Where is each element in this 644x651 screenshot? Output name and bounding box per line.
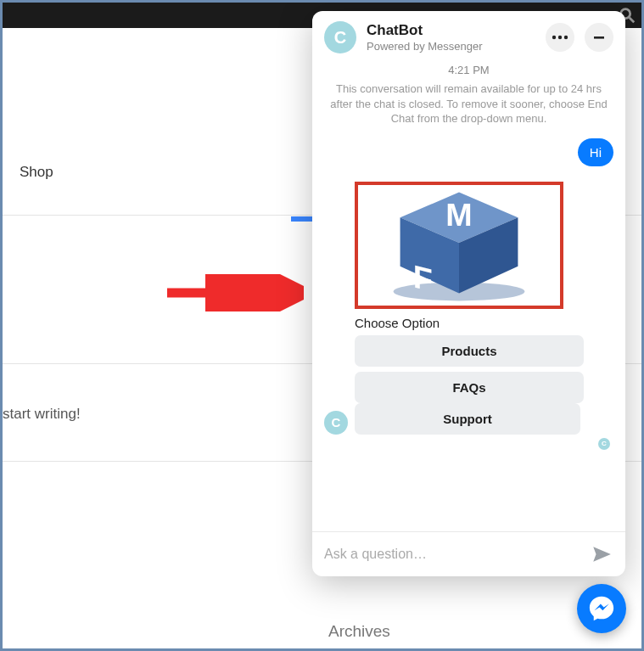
- option-products[interactable]: Products: [355, 335, 584, 367]
- chat-subtitle: Powered by Messenger: [367, 40, 535, 53]
- svg-rect-6: [594, 36, 604, 39]
- archives-heading: Archives: [328, 622, 390, 641]
- read-receipt-avatar: C: [598, 438, 610, 450]
- chat-header: C ChatBot Powered by Messenger: [312, 11, 625, 62]
- minimize-button[interactable]: [585, 23, 613, 52]
- chat-input-bar: [312, 531, 625, 576]
- chat-timestamp: 4:21 PM: [324, 64, 613, 76]
- send-icon: [591, 543, 613, 565]
- svg-text:M: M: [445, 197, 472, 233]
- messenger-launcher[interactable]: [577, 584, 626, 633]
- shop-heading: Shop: [20, 164, 53, 181]
- svg-text:F: F: [413, 257, 433, 298]
- svg-text:E: E: [492, 182, 513, 205]
- chat-system-message: This conversation will remain available …: [328, 81, 610, 126]
- user-message-bubble: Hi: [578, 138, 613, 166]
- option-support[interactable]: Support: [355, 403, 580, 435]
- option-faqs[interactable]: FAQs: [355, 372, 584, 403]
- annotation-arrow-icon: [164, 274, 304, 311]
- choose-option-label: Choose Option: [355, 316, 584, 330]
- bot-image[interactable]: M F E: [355, 182, 563, 309]
- chat-widget: C ChatBot Powered by Messenger 4:21 PM T…: [312, 11, 625, 576]
- minimize-icon: [593, 31, 605, 43]
- fme-logo-icon: M F E: [358, 182, 560, 309]
- svg-point-4: [558, 36, 562, 39]
- user-message-row: Hi: [324, 138, 613, 166]
- chat-body: 4:21 PM This conversation will remain av…: [312, 62, 625, 531]
- bot-message-block: M F E Choose Option Products FAQs: [355, 182, 584, 403]
- chat-title-block: ChatBot Powered by Messenger: [367, 22, 535, 53]
- ellipsis-icon: [552, 35, 568, 40]
- send-button[interactable]: [590, 542, 613, 566]
- svg-point-3: [552, 36, 556, 39]
- chat-text-input[interactable]: [324, 547, 581, 562]
- chat-avatar: C: [324, 21, 356, 53]
- svg-line-1: [630, 18, 635, 23]
- messenger-icon: [587, 594, 616, 623]
- svg-point-5: [564, 36, 568, 39]
- more-button[interactable]: [546, 23, 574, 52]
- bot-last-row: C Support: [324, 403, 613, 435]
- read-receipt: C: [324, 438, 613, 450]
- bot-options: Products FAQs: [355, 335, 584, 403]
- start-writing-text: start writing!: [3, 406, 81, 423]
- bot-avatar-small: C: [324, 411, 348, 435]
- chat-title: ChatBot: [367, 22, 535, 39]
